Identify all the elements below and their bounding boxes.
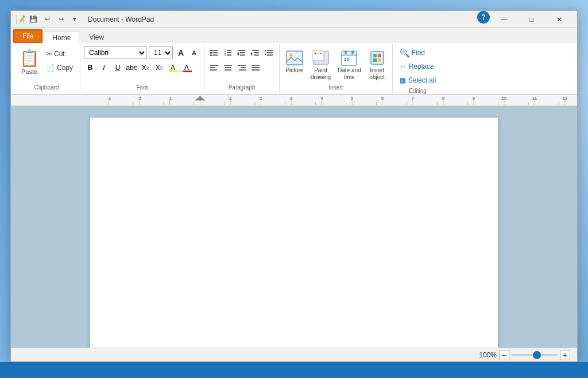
picture-label: Picture xyxy=(285,67,303,74)
redo-quick-btn[interactable]: ↪ xyxy=(55,13,67,26)
paste-button[interactable]: 📋 Paste xyxy=(17,46,42,76)
document-area[interactable] xyxy=(11,106,577,348)
font-label: Font xyxy=(137,84,148,92)
svg-text:11: 11 xyxy=(532,96,537,101)
statusbar: 100% − + xyxy=(11,348,577,361)
qa-dropdown-btn[interactable]: ▾ xyxy=(68,13,81,26)
cut-button[interactable]: ✂ Cut xyxy=(43,48,76,60)
clipboard-content: 📋 Paste ✂ Cut 📄 Copy xyxy=(17,45,76,84)
picture-button[interactable]: Picture xyxy=(283,48,306,75)
align-left-btn[interactable] xyxy=(208,61,220,74)
replace-label: Replace xyxy=(409,63,434,71)
font-shrink-btn[interactable]: A xyxy=(188,46,200,59)
para-row1: 123 xyxy=(208,46,276,59)
zoom-percent: 100% xyxy=(479,351,497,359)
insert-label: Insert xyxy=(328,84,343,92)
clipboard-group: 📋 Paste ✂ Cut 📄 Copy Clipboard xyxy=(13,44,80,93)
ruler-svg: -3 -2 -1 1 2 3 4 5 6 xyxy=(103,95,577,106)
document-page[interactable] xyxy=(90,118,498,348)
list-number-btn[interactable]: 123 xyxy=(222,46,234,59)
object-label: Insertobject xyxy=(369,67,385,81)
svg-rect-53 xyxy=(378,59,381,62)
align-right-btn[interactable] xyxy=(235,61,248,74)
insert-content: Picture Paintdrawing 15 Date andtime xyxy=(283,45,389,84)
select-all-label: Select all xyxy=(408,76,436,84)
clipboard-label: Clipboard xyxy=(34,84,59,92)
help-button[interactable]: ? xyxy=(477,11,490,24)
subscript-button[interactable]: X2 xyxy=(139,61,152,74)
italic-button[interactable]: I xyxy=(98,61,110,74)
save-quick-btn[interactable]: 💾 xyxy=(27,13,40,26)
line-spacing-btn[interactable] xyxy=(263,46,276,59)
svg-text:4: 4 xyxy=(320,96,323,101)
svg-marker-19 xyxy=(251,52,253,56)
ribbon: 📋 Paste ✂ Cut 📄 Copy Clipboard xyxy=(11,43,577,95)
editing-content: 🔍 Find ↔ Replace ▦ Select all xyxy=(396,45,440,88)
undo-quick-btn[interactable]: ↩ xyxy=(41,13,53,26)
maximize-button[interactable]: □ xyxy=(519,11,545,28)
close-button[interactable]: ✕ xyxy=(546,11,572,28)
paragraph-group: 123 xyxy=(204,44,280,93)
font-color-button[interactable]: A xyxy=(180,61,193,74)
list-bullet-btn[interactable] xyxy=(208,46,220,59)
font-size-select[interactable]: 11 xyxy=(149,46,173,59)
clipboard-small-btns: ✂ Cut 📄 Copy xyxy=(43,48,76,74)
taskbar xyxy=(0,362,588,378)
highlight-button[interactable]: A xyxy=(167,61,179,74)
app-window: 📝 💾 ↩ ↪ ▾ Document - WordPad ? — □ ✕ Fil… xyxy=(10,10,578,362)
replace-button[interactable]: ↔ Replace xyxy=(396,60,438,73)
indent-decrease-btn[interactable] xyxy=(235,46,248,59)
svg-text:-1: -1 xyxy=(168,96,172,101)
tab-file[interactable]: File xyxy=(13,29,42,43)
svg-text:9: 9 xyxy=(473,96,475,101)
superscript-button[interactable]: X2 xyxy=(153,61,165,74)
app-icon: 📝 xyxy=(16,15,25,24)
svg-text:12: 12 xyxy=(563,96,567,101)
bold-button[interactable]: B xyxy=(84,61,96,74)
strikethrough-button[interactable]: abc xyxy=(125,61,138,74)
quick-access-toolbar: 💾 ↩ ↪ ▾ xyxy=(27,13,81,26)
window-controls: ? — □ ✕ xyxy=(475,11,572,28)
paragraph-content: 123 xyxy=(208,45,276,84)
zoom-out-btn[interactable]: − xyxy=(499,350,509,360)
find-button[interactable]: 🔍 Find xyxy=(396,46,428,59)
font-row2: B I U abc X2 X2 A A xyxy=(84,61,193,74)
tab-view[interactable]: View xyxy=(80,30,113,43)
font-color-bar xyxy=(183,71,192,72)
select-all-button[interactable]: ▦ Select all xyxy=(396,74,440,87)
align-center-btn[interactable] xyxy=(222,61,234,74)
svg-text:3: 3 xyxy=(225,53,226,57)
align-justify-btn[interactable] xyxy=(249,61,262,74)
svg-rect-50 xyxy=(373,54,377,57)
minimize-button[interactable]: — xyxy=(491,11,517,28)
copy-button[interactable]: 📄 Copy xyxy=(43,61,76,74)
object-button[interactable]: Insertobject xyxy=(366,48,389,82)
copy-label: Copy xyxy=(57,64,73,72)
svg-point-41 xyxy=(314,53,316,54)
svg-marker-15 xyxy=(237,52,239,56)
para-row2 xyxy=(208,61,262,74)
paint-button[interactable]: Paintdrawing xyxy=(308,48,333,82)
zoom-controls: 100% − + xyxy=(479,350,570,360)
svg-text:15: 15 xyxy=(344,57,349,62)
font-grow-btn[interactable]: A xyxy=(175,46,187,59)
datetime-label: Date andtime xyxy=(338,67,361,81)
svg-marker-23 xyxy=(265,50,266,52)
zoom-slider[interactable] xyxy=(512,354,558,356)
object-icon xyxy=(368,49,386,67)
svg-text:7: 7 xyxy=(412,96,414,101)
svg-text:-2: -2 xyxy=(137,96,141,101)
find-icon: 🔍 xyxy=(400,48,409,57)
svg-rect-37 xyxy=(287,51,303,65)
indent-increase-btn[interactable] xyxy=(249,46,262,59)
svg-rect-49 xyxy=(371,52,384,64)
zoom-in-btn[interactable]: + xyxy=(560,350,570,360)
tab-home[interactable]: Home xyxy=(44,31,79,44)
svg-text:-3: -3 xyxy=(107,96,111,101)
font-name-select[interactable]: Calibri xyxy=(84,46,147,59)
svg-text:10: 10 xyxy=(502,96,506,101)
datetime-icon: 15 xyxy=(340,49,358,67)
underline-button[interactable]: U xyxy=(111,61,124,74)
datetime-button[interactable]: 15 Date andtime xyxy=(335,48,363,82)
replace-icon: ↔ xyxy=(400,63,407,71)
